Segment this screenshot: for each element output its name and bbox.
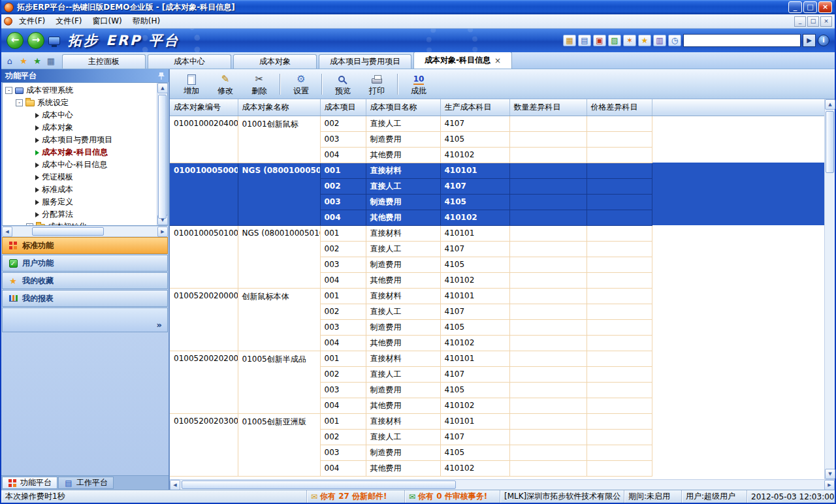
- maximize-button[interactable]: □: [803, 1, 817, 13]
- app-menu-icon[interactable]: [4, 17, 12, 25]
- tree-item[interactable]: -系统设定: [3, 97, 157, 109]
- settings-button[interactable]: ⚙设置: [285, 71, 317, 97]
- grid-row[interactable]: 0100100050100NGS (0800100050100 )001直接材料…: [170, 225, 824, 241]
- scroll-down-icon[interactable]: ▼: [825, 469, 835, 479]
- scroll-thumb[interactable]: [182, 480, 456, 489]
- grid-row[interactable]: 010052002030001005创新亚洲版001直接材料410101: [170, 413, 824, 429]
- bottom-tab-active[interactable]: 功能平台: [2, 477, 57, 489]
- staradd-icon[interactable]: ★: [31, 55, 43, 67]
- collapse-chevrons-icon[interactable]: »: [157, 320, 162, 330]
- grid-row[interactable]: 0100100050000NGS (0800100050000)001直接材料4…: [170, 163, 824, 178]
- mdi-minimize-button[interactable]: _: [794, 16, 806, 27]
- tree-item[interactable]: +成本初始化: [3, 221, 157, 225]
- sidebar-panel[interactable]: ★我的收藏: [2, 272, 168, 289]
- expand-icon[interactable]: +: [26, 223, 33, 225]
- column-header[interactable]: 生产成本科目: [440, 99, 509, 116]
- clock-icon[interactable]: ◷: [668, 35, 681, 46]
- tree-item[interactable]: -成本管理系统: [3, 84, 157, 97]
- delete-button[interactable]: ✂删除: [243, 71, 276, 97]
- scroll-thumb[interactable]: [158, 95, 167, 219]
- column-header[interactable]: 成本对象编号: [170, 99, 238, 116]
- column-header[interactable]: 成本项目: [320, 99, 366, 116]
- bottom-tab[interactable]: ▤工作平台: [58, 477, 114, 489]
- menu-item[interactable]: 帮助(H): [127, 15, 165, 27]
- scroll-left-icon[interactable]: ◀: [2, 227, 12, 237]
- tab-item[interactable]: 成本中心: [148, 54, 231, 69]
- scroll-right-icon[interactable]: ▶: [157, 227, 168, 237]
- sidebar-panel[interactable]: ✓用户功能: [2, 255, 168, 272]
- scroll-right-icon[interactable]: ▶: [824, 480, 835, 490]
- grid-horizontal-scrollbar[interactable]: ◀ ▶: [170, 479, 835, 490]
- pin-icon[interactable]: [158, 72, 165, 80]
- grid-row[interactable]: 010052002020001005创新半成品001直接材料410101: [170, 351, 824, 366]
- status-audit[interactable]: ✉ 你有 0 件审核事务!: [405, 490, 500, 503]
- status-mail[interactable]: ✉ 你有 27 份新邮件!: [307, 490, 405, 503]
- sidebar-panel[interactable]: 我的报表: [2, 290, 168, 307]
- tree-item[interactable]: 成本中心: [3, 109, 157, 121]
- tree-vertical-scrollbar[interactable]: ▲ ▼: [157, 83, 167, 225]
- menu-item[interactable]: 文件(F): [50, 15, 87, 27]
- tab-item[interactable]: 成本项目与费用项目: [319, 54, 411, 69]
- tree-item[interactable]: 成本中心-科目信息: [3, 159, 157, 171]
- tab-close-icon[interactable]: ×: [494, 56, 501, 65]
- tab-active[interactable]: 成本对象-科目信息×: [413, 52, 512, 69]
- edit-button[interactable]: ✎修改: [209, 71, 242, 97]
- minimize-button[interactable]: _: [788, 1, 802, 13]
- mdi-restore-button[interactable]: □: [807, 16, 819, 27]
- add-button[interactable]: 增加: [175, 71, 208, 97]
- scroll-left-icon[interactable]: ◀: [170, 480, 180, 490]
- column-header[interactable]: 价格差异科目: [587, 99, 652, 116]
- close-button[interactable]: ×: [818, 1, 832, 13]
- grid-row[interactable]: 0100520020000创新鼠标本体001直接材料410101: [170, 288, 824, 304]
- mdi-close-button[interactable]: ×: [820, 16, 832, 27]
- tree-item[interactable]: 成本对象-科目信息: [3, 146, 157, 159]
- star-icon[interactable]: ★: [638, 35, 651, 46]
- menu-item[interactable]: 窗口(W): [88, 15, 127, 27]
- tree-horizontal-scrollbar[interactable]: ◀ ▶: [2, 226, 168, 236]
- report-icon[interactable]: ▥: [653, 35, 666, 46]
- desktop-icon[interactable]: [48, 37, 60, 45]
- scroll-thumb[interactable]: [32, 227, 104, 236]
- tools-icon[interactable]: ✶: [623, 35, 636, 46]
- calendar-icon[interactable]: ▦: [563, 35, 576, 46]
- tree-item[interactable]: 成本项目与费用项目: [3, 134, 157, 146]
- scroll-up-icon[interactable]: ▲: [825, 99, 835, 110]
- tree-item[interactable]: 服务定义: [3, 196, 157, 208]
- tree-item[interactable]: 分配算法: [3, 208, 157, 221]
- cell-prod-account: 410102: [440, 335, 509, 351]
- book-icon[interactable]: ▣: [593, 35, 606, 46]
- sheet-icon[interactable]: ▤: [578, 35, 591, 46]
- cell-filler: [652, 429, 824, 445]
- tree-item[interactable]: 成本对象: [3, 121, 157, 134]
- collapse-icon[interactable]: -: [5, 87, 12, 94]
- tab-item[interactable]: 成本对象: [233, 54, 317, 69]
- tree-item[interactable]: 凭证模板: [3, 171, 157, 183]
- batch-button[interactable]: 10成批: [402, 71, 435, 97]
- scroll-thumb[interactable]: [826, 111, 834, 173]
- cell-price-diff: [587, 319, 652, 335]
- cell-item-name: 其他费用: [366, 272, 440, 288]
- star-icon[interactable]: ★: [18, 55, 29, 67]
- go-button[interactable]: ▶: [803, 34, 816, 47]
- forward-button[interactable]: →: [27, 32, 44, 49]
- print-button[interactable]: 打印: [361, 71, 393, 97]
- grid-row[interactable]: 010010002040001001创新鼠标002直接人工4107: [170, 116, 824, 131]
- home-icon[interactable]: ⌂: [4, 55, 16, 67]
- scroll-up-icon[interactable]: ▲: [157, 83, 168, 93]
- sidebar-panel-active[interactable]: 标准功能: [2, 237, 168, 254]
- column-header[interactable]: 数量差异科目: [509, 99, 587, 116]
- menu-item[interactable]: 文件(F): [14, 15, 50, 27]
- chart-icon[interactable]: ▨: [608, 35, 621, 46]
- help-button[interactable]: i: [818, 35, 829, 46]
- grid-vertical-scrollbar[interactable]: ▲ ▼: [824, 99, 835, 479]
- back-button[interactable]: ←: [7, 32, 24, 49]
- preview-button[interactable]: 预览: [327, 71, 359, 97]
- cell-item-no: 001: [320, 163, 366, 178]
- search-input[interactable]: [683, 34, 801, 47]
- column-header[interactable]: 成本对象名称: [238, 99, 320, 116]
- tree-item[interactable]: 标准成本: [3, 183, 157, 196]
- grid-icon[interactable]: ▦: [45, 55, 57, 67]
- collapse-icon[interactable]: -: [16, 99, 23, 106]
- tab-item[interactable]: 主控面板: [62, 54, 146, 69]
- column-header[interactable]: 成本项目名称: [366, 99, 440, 116]
